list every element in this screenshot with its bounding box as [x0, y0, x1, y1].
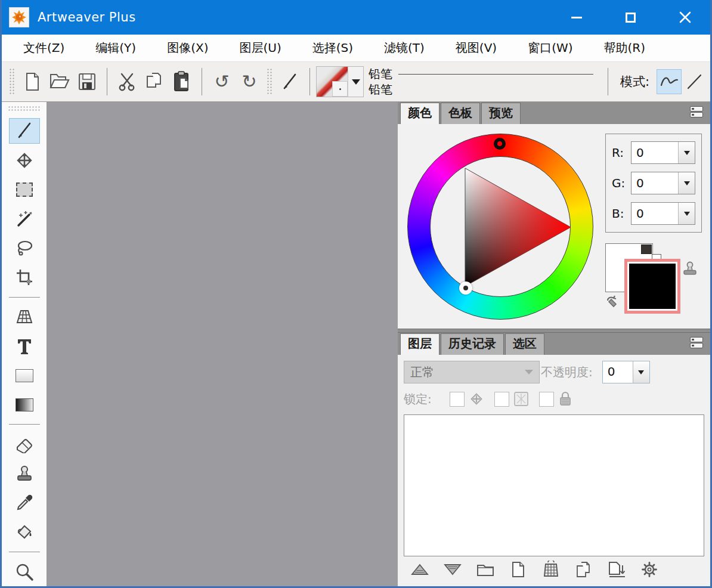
blend-mode-select[interactable]: 正常: [404, 361, 540, 383]
tool-mesh[interactable]: [9, 304, 40, 330]
layer-down-icon: [443, 563, 462, 576]
tool-gradient[interactable]: [9, 392, 40, 417]
lock-position-checkbox[interactable]: [450, 392, 465, 407]
new-layer-button[interactable]: [507, 559, 530, 580]
tool-bucket-fill[interactable]: [9, 519, 40, 545]
redo-button[interactable]: ↻: [236, 68, 263, 95]
close-button[interactable]: [658, 0, 712, 35]
b-dropdown-button[interactable]: [678, 203, 695, 224]
palette-grip[interactable]: [8, 106, 41, 112]
new-button[interactable]: [18, 68, 46, 95]
menu-filter[interactable]: 滤镜(T): [376, 36, 433, 60]
tool-text[interactable]: [9, 333, 40, 359]
tool-shape[interactable]: [9, 363, 40, 388]
toolbar-grip[interactable]: [267, 68, 273, 95]
r-input[interactable]: 0: [631, 141, 695, 164]
layer-settings-button[interactable]: [638, 559, 661, 580]
tool-brush[interactable]: [9, 118, 40, 144]
copy-icon: [144, 72, 165, 92]
tool-crop[interactable]: [9, 265, 40, 290]
dropdown-caret-icon: [684, 212, 690, 216]
open-button[interactable]: [46, 68, 73, 95]
g-dropdown-button[interactable]: [678, 172, 695, 194]
tool-palette: [2, 102, 47, 586]
pattern-layer-button[interactable]: [540, 559, 562, 580]
brush-preview-thumbnail: [317, 67, 348, 97]
panel-menu-button[interactable]: [690, 337, 705, 350]
menu-file[interactable]: 文件(Z): [15, 36, 73, 60]
cut-button[interactable]: [113, 68, 141, 95]
tool-eraser[interactable]: [9, 431, 40, 457]
freehand-mode-icon: [659, 73, 679, 91]
color-panel-tabbar: 颜色 色板 预览: [398, 102, 710, 124]
tool-magic-wand[interactable]: [9, 206, 40, 231]
minimize-button[interactable]: [549, 0, 603, 35]
paste-button[interactable]: [168, 68, 196, 95]
tool-rect-select[interactable]: [9, 177, 40, 202]
tab-color[interactable]: 颜色: [400, 103, 439, 124]
tool-clone-stamp[interactable]: [9, 460, 40, 486]
color-wheel[interactable]: [406, 132, 595, 321]
duplicate-layer-button[interactable]: [572, 559, 595, 580]
panel-divider[interactable]: [398, 329, 710, 333]
r-dropdown-button[interactable]: [678, 142, 695, 163]
eraser-icon: [14, 435, 35, 453]
layer-up-icon: [410, 563, 429, 576]
menu-view[interactable]: 视图(V): [447, 36, 505, 60]
copy-button[interactable]: [141, 68, 168, 95]
menu-layer[interactable]: 图层(U): [231, 36, 289, 60]
foreground-color-swatch[interactable]: [624, 259, 680, 314]
minimize-icon: [571, 17, 582, 18]
lock-all-checkbox[interactable]: [539, 392, 554, 407]
line-mode-button[interactable]: [682, 69, 707, 94]
brush-preview-dropdown[interactable]: [348, 67, 363, 97]
lock-alpha-checkbox[interactable]: [494, 392, 509, 407]
tool-eyedropper[interactable]: [9, 490, 40, 516]
swap-colors-icon[interactable]: [605, 295, 622, 309]
tool-move[interactable]: [9, 147, 40, 173]
opacity-dropdown-button[interactable]: [633, 361, 649, 383]
layer-up-button[interactable]: [408, 559, 431, 580]
toolbar-grip[interactable]: [9, 68, 15, 95]
workspace: 颜色 色板 预览: [2, 102, 710, 586]
open-icon: [49, 72, 70, 91]
eyedropper-icon: [15, 493, 34, 512]
maximize-button[interactable]: [603, 0, 658, 35]
brush-divider-line: [398, 74, 593, 75]
save-button[interactable]: [73, 68, 101, 95]
tab-swatches[interactable]: 色板: [441, 103, 480, 124]
canvas[interactable]: [47, 102, 398, 586]
g-input[interactable]: 0: [631, 172, 695, 194]
undo-button[interactable]: ↺: [208, 68, 236, 95]
dropdown-caret-icon: [352, 79, 360, 85]
saturation-triangle[interactable]: [406, 132, 595, 321]
title-bar[interactable]: Artweaver Plus: [0, 0, 712, 35]
tab-selection[interactable]: 选区: [505, 333, 544, 355]
hue-marker[interactable]: [494, 138, 506, 150]
current-tool-button[interactable]: [276, 68, 304, 95]
tool-zoom[interactable]: [9, 559, 40, 584]
brush-preview-button[interactable]: [316, 66, 364, 97]
opacity-input[interactable]: 0: [602, 361, 650, 383]
right-panel-dock: 颜色 色板 预览: [398, 102, 710, 586]
layers-list[interactable]: [404, 414, 704, 556]
rgb-row-r: R: 0: [612, 141, 695, 164]
tab-history[interactable]: 历史记录: [441, 333, 504, 355]
tab-preview[interactable]: 预览: [481, 103, 521, 124]
b-input[interactable]: 0: [631, 202, 695, 225]
menu-select[interactable]: 选择(S): [304, 36, 361, 60]
new-group-icon: [475, 561, 496, 578]
menu-image[interactable]: 图像(X): [159, 36, 216, 60]
panel-menu-button[interactable]: [690, 106, 705, 119]
new-group-button[interactable]: [474, 559, 497, 580]
color-values-column: R: 0 G: 0: [595, 124, 710, 329]
tool-lasso[interactable]: [9, 235, 40, 261]
tab-layers[interactable]: 图层: [400, 333, 439, 355]
merge-down-button[interactable]: [605, 559, 628, 580]
menu-help[interactable]: 帮助(R): [596, 36, 654, 60]
layer-down-button[interactable]: [441, 559, 464, 580]
sv-marker[interactable]: [459, 281, 472, 295]
freehand-mode-button[interactable]: [657, 69, 682, 94]
menu-window[interactable]: 窗口(W): [519, 36, 581, 60]
menu-edit[interactable]: 编辑(Y): [87, 36, 144, 60]
